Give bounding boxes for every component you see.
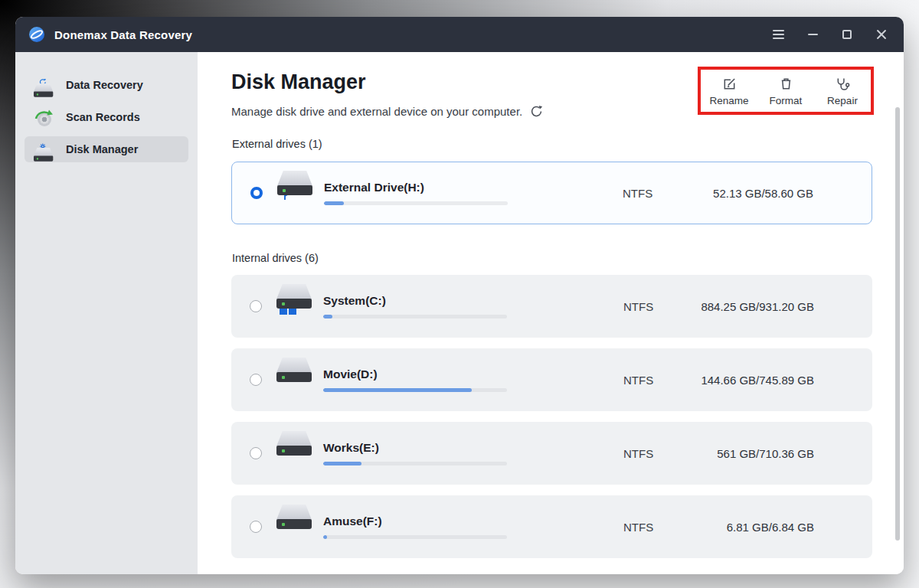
filesystem-label: NTFS bbox=[623, 521, 672, 534]
close-icon[interactable] bbox=[875, 28, 888, 41]
drive-name: Works(E:) bbox=[323, 441, 507, 455]
window-title: Donemax Data Recovery bbox=[54, 28, 192, 41]
section-title-external-drives: External drives (1) bbox=[232, 138, 872, 150]
rename-icon bbox=[722, 77, 737, 91]
filesystem-label: NTFS bbox=[623, 374, 672, 387]
sidebar-item-scan-records[interactable]: Scan Records bbox=[25, 104, 188, 130]
refresh-icon[interactable] bbox=[530, 105, 543, 118]
drive-row-amuse-f[interactable]: Amuse(F:) NTFS 6.81 GB/6.84 GB bbox=[231, 495, 872, 558]
section-title-internal-drives: Internal drives (6) bbox=[232, 252, 872, 264]
repair-button[interactable]: Repair bbox=[823, 77, 862, 106]
drive-name: Amuse(F:) bbox=[323, 514, 507, 528]
titlebar: Donemax Data Recovery bbox=[15, 17, 904, 52]
rename-button[interactable]: Rename bbox=[709, 77, 749, 106]
sidebar-item-label: Scan Records bbox=[66, 111, 140, 123]
capacity-bar bbox=[324, 201, 508, 205]
capacity-label: 561 GB/710.36 GB bbox=[672, 447, 814, 460]
capacity-bar bbox=[323, 462, 507, 466]
drive-name: Movie(D:) bbox=[323, 368, 507, 381]
menu-icon[interactable] bbox=[771, 28, 785, 41]
filesystem-label: NTFS bbox=[623, 447, 672, 460]
capacity-label: 52.13 GB/58.60 GB bbox=[672, 187, 813, 200]
capacity-bar-fill bbox=[323, 388, 472, 392]
radio-unselected[interactable] bbox=[250, 521, 262, 533]
main-panel: Disk Manager Manage disk drive and exter… bbox=[198, 52, 904, 574]
sidebar-item-label: Data Recovery bbox=[66, 79, 143, 91]
drive-row-movie-d[interactable]: Movie(D:) NTFS 144.66 GB/745.89 GB bbox=[231, 348, 872, 411]
drive-actions-toolbar-highlight: Rename Format bbox=[698, 67, 874, 115]
drive-row-system-c[interactable]: System(C:) NTFS 884.25 GB/931.20 GB bbox=[231, 275, 872, 338]
repair-icon bbox=[836, 77, 850, 91]
capacity-bar bbox=[323, 535, 507, 539]
app-window: Donemax Data Recovery bbox=[15, 17, 904, 574]
desktop-background: Donemax Data Recovery bbox=[0, 0, 919, 588]
window-controls bbox=[771, 28, 888, 41]
radio-unselected[interactable] bbox=[250, 374, 262, 386]
repair-label: Repair bbox=[827, 95, 858, 106]
scrollbar-thumb[interactable] bbox=[895, 107, 900, 541]
format-button[interactable]: Format bbox=[766, 77, 806, 106]
drive-name: System(C:) bbox=[323, 294, 507, 308]
radio-selected[interactable] bbox=[250, 187, 263, 199]
capacity-label: 6.81 GB/6.84 GB bbox=[672, 521, 814, 534]
capacity-bar-fill bbox=[323, 315, 332, 318]
maximize-icon[interactable] bbox=[840, 28, 854, 41]
filesystem-label: NTFS bbox=[623, 300, 672, 313]
drive-gear-icon bbox=[32, 139, 58, 160]
sidebar-item-disk-manager[interactable]: Disk Manager bbox=[25, 136, 188, 162]
rename-label: Rename bbox=[709, 95, 748, 106]
drive-row-works-e[interactable]: Works(E:) NTFS 561 GB/710.36 GB bbox=[231, 422, 872, 485]
format-label: Format bbox=[770, 95, 803, 106]
page-subtitle: Manage disk drive and external device on… bbox=[231, 105, 522, 118]
minimize-icon[interactable] bbox=[806, 28, 819, 41]
sidebar-item-label: Disk Manager bbox=[66, 143, 138, 155]
drive-refresh-icon bbox=[32, 74, 58, 96]
radio-unselected[interactable] bbox=[250, 300, 262, 312]
radio-unselected[interactable] bbox=[250, 447, 262, 459]
filesystem-label: NTFS bbox=[623, 187, 672, 200]
drive-row-external-h[interactable]: External Drive(H:) NTFS 52.13 GB/58.60 G… bbox=[231, 162, 872, 224]
capacity-bar-fill bbox=[323, 462, 361, 466]
capacity-label: 884.25 GB/931.20 GB bbox=[672, 300, 814, 313]
sidebar: Data Recovery Scan Records bbox=[15, 52, 198, 574]
capacity-bar-fill bbox=[323, 535, 327, 539]
capacity-bar-fill bbox=[324, 201, 344, 205]
scan-records-icon bbox=[32, 106, 58, 128]
capacity-bar bbox=[323, 315, 507, 318]
format-icon bbox=[779, 77, 793, 91]
capacity-bar bbox=[323, 388, 507, 392]
drive-name: External Drive(H:) bbox=[324, 181, 508, 194]
app-logo-icon bbox=[28, 26, 45, 43]
capacity-label: 144.66 GB/745.89 GB bbox=[672, 374, 814, 387]
sidebar-item-data-recovery[interactable]: Data Recovery bbox=[25, 72, 188, 98]
